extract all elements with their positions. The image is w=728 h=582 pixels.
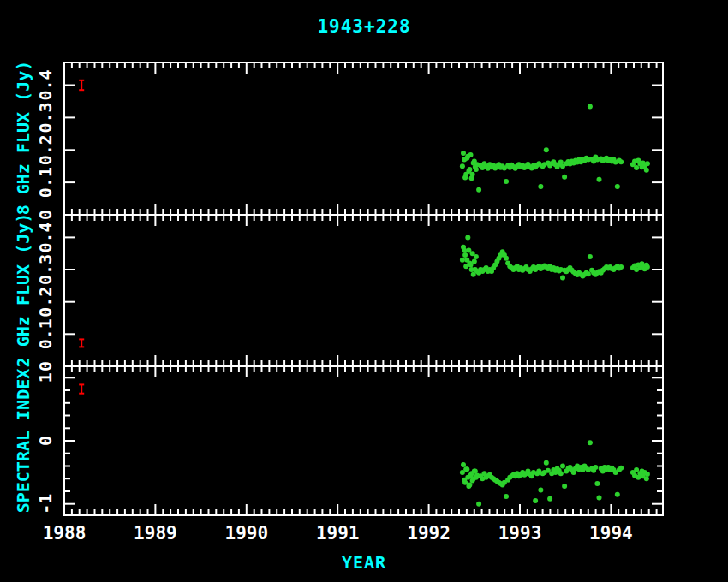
x-tick-label: 1994 [589, 523, 633, 543]
data-point [615, 492, 620, 497]
data-point [618, 264, 624, 270]
data-point [588, 104, 593, 110]
data-point [593, 465, 598, 470]
panel-0-points [460, 104, 650, 193]
y-tick-label: 0.1 [35, 318, 56, 349]
data-point [461, 245, 466, 250]
panel-1: 00.10.20.30.4 [35, 215, 663, 371]
data-point [504, 494, 509, 499]
data-point [644, 168, 649, 173]
data-point [538, 488, 543, 493]
y-tick-label: 0 [35, 361, 56, 371]
data-point [470, 172, 475, 177]
data-point [544, 147, 549, 152]
data-point [461, 151, 466, 156]
data-point [460, 258, 465, 263]
data-point [645, 161, 650, 166]
data-point [562, 175, 567, 180]
data-point [618, 159, 624, 164]
data-point [597, 177, 602, 182]
data-point [547, 496, 552, 502]
data-point [466, 484, 471, 489]
panel-2-ticks [64, 366, 663, 515]
data-point [594, 481, 600, 486]
data-point [560, 464, 565, 469]
y-tick-label: 0.3 [35, 102, 56, 133]
data-point [464, 466, 469, 472]
data-point [562, 484, 567, 489]
data-point [472, 259, 477, 264]
panel-1-points [460, 235, 650, 280]
data-point [597, 495, 602, 500]
data-point [476, 187, 481, 193]
y-tick-label: 0 [35, 210, 56, 220]
data-point [468, 473, 474, 478]
data-point [544, 460, 549, 466]
data-point [504, 179, 509, 184]
data-point [634, 165, 639, 170]
light-curve-plot: 00.10.20.30.400.10.20.30.4-1011988198919… [0, 0, 728, 582]
data-point [645, 472, 650, 477]
y-tick-label: 0.2 [35, 287, 56, 318]
x-tick-label: 1992 [407, 523, 451, 543]
reference-error-bar [79, 384, 84, 393]
data-point [472, 468, 477, 473]
reference-error-bar [79, 80, 84, 90]
data-point [560, 275, 565, 280]
x-tick-label: 1990 [225, 523, 269, 543]
panel-border [64, 62, 663, 215]
y-tick-label: 0.4 [35, 222, 56, 252]
data-point [476, 502, 481, 507]
x-tick-label: 1989 [134, 523, 177, 543]
data-point [588, 440, 593, 445]
panel-0-ticks [64, 62, 663, 215]
data-point [464, 258, 469, 263]
data-point [461, 462, 466, 467]
x-tick-label: 1991 [316, 523, 360, 543]
data-point [462, 480, 468, 485]
y-tick-label: 0.1 [35, 167, 56, 198]
data-point [618, 466, 624, 471]
data-point [460, 163, 465, 169]
panel-border [64, 366, 663, 515]
data-point [586, 271, 591, 276]
data-point [474, 254, 479, 259]
y-tick-label: 0.3 [35, 254, 56, 285]
panel-border [64, 215, 663, 366]
x-tick-label: 1993 [498, 523, 542, 543]
y-tick-label: -1 [35, 494, 56, 514]
panel-1-ticks [64, 215, 663, 366]
y-tick-label: 0 [35, 436, 56, 446]
data-point [634, 467, 639, 472]
data-point [538, 184, 543, 189]
data-point [474, 167, 479, 172]
data-point [462, 252, 468, 258]
data-point [468, 152, 474, 157]
panel-0: 00.10.20.30.4 [35, 62, 663, 220]
data-point [462, 175, 468, 180]
data-point [588, 254, 593, 259]
y-tick-label: 1 [35, 372, 56, 383]
data-point [504, 256, 509, 261]
data-point [644, 476, 649, 481]
panel-2-points [460, 440, 650, 507]
y-tick-label: 0.2 [35, 134, 56, 165]
x-tick-label: 1988 [43, 523, 87, 543]
data-point [472, 159, 477, 164]
panel-2: -101 [35, 366, 663, 515]
data-point [558, 471, 564, 476]
data-point [615, 184, 620, 189]
y-tick-label: 0.4 [35, 69, 56, 100]
data-point [533, 498, 538, 503]
data-point [465, 235, 470, 240]
plot-window: 1943+228 8 GHz FLUX (Jy) 2 GHz FLUX (Jy)… [0, 0, 728, 582]
reference-error-bar [79, 339, 84, 347]
data-point [645, 264, 650, 270]
data-point [474, 475, 479, 480]
